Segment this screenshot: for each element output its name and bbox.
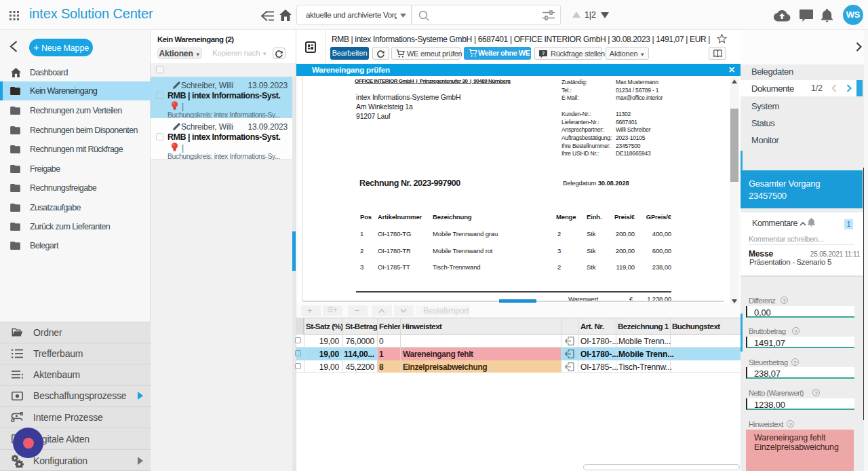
svg-text:?: ? xyxy=(542,51,545,56)
